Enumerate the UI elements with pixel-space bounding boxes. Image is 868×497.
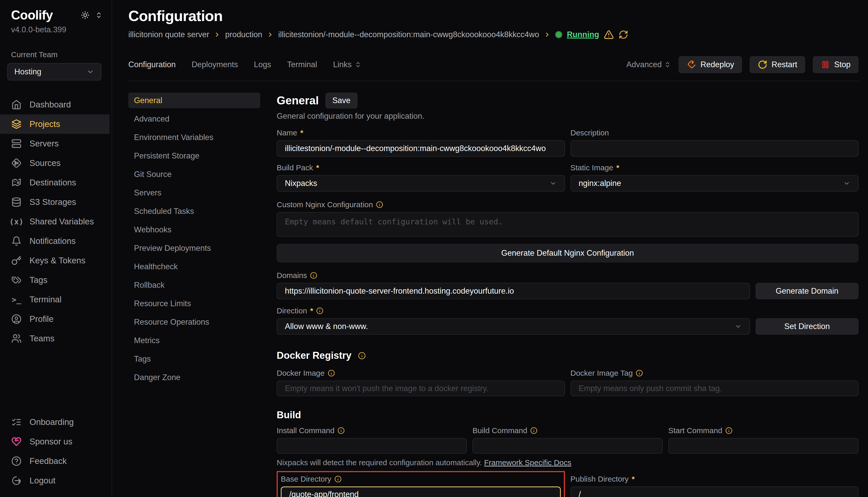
- tab-links[interactable]: Links: [333, 60, 361, 69]
- direction-select[interactable]: Allow www & non-www.: [277, 318, 750, 335]
- team-select-value: Hosting: [14, 67, 41, 76]
- static-image-select[interactable]: nginx:alpine: [570, 175, 859, 191]
- install-command-label: Install Command: [277, 426, 467, 435]
- sidebar-item-s3-storages[interactable]: S3 Storages: [0, 192, 112, 212]
- set-direction-button[interactable]: Set Direction: [756, 318, 858, 335]
- sidebar-item-sponsor[interactable]: Sponsor us: [0, 432, 112, 451]
- tab-terminal[interactable]: Terminal: [287, 60, 317, 69]
- sidebar-item-shared-variables[interactable]: (x) Shared Variables: [0, 212, 112, 231]
- direction-label: Direction*: [277, 307, 858, 315]
- info-icon: [358, 352, 366, 359]
- base-directory-input[interactable]: [281, 486, 561, 497]
- subnav-item-advanced[interactable]: Advanced: [128, 111, 260, 127]
- team-select[interactable]: Hosting: [7, 63, 101, 81]
- tab-configuration[interactable]: Configuration: [128, 60, 176, 69]
- save-button[interactable]: Save: [326, 93, 358, 109]
- subnav-item-scheduled-tasks[interactable]: Scheduled Tasks: [128, 203, 260, 219]
- sidebar-item-onboarding[interactable]: Onboarding: [0, 412, 112, 432]
- custom-nginx-textarea[interactable]: [277, 212, 858, 237]
- breadcrumb-application[interactable]: illicitestonion/-module--decomposition:m…: [278, 30, 539, 39]
- status-running-link[interactable]: Running: [567, 30, 599, 39]
- sidebar-item-profile[interactable]: Profile: [0, 309, 112, 329]
- sidebar-item-logout[interactable]: Logout: [0, 471, 112, 490]
- theme-sun-icon[interactable]: [81, 11, 89, 19]
- tabbar: Configuration Deployments Logs Terminal …: [128, 56, 858, 81]
- git-source-icon: [11, 158, 22, 169]
- subnav-item-resource-operations[interactable]: Resource Operations: [128, 314, 260, 330]
- redeploy-icon: [687, 60, 696, 70]
- checklist-icon: [11, 417, 22, 427]
- subnav-item-rollback[interactable]: Rollback: [128, 277, 260, 293]
- start-command-input[interactable]: [668, 438, 858, 454]
- breadcrumb-environment[interactable]: production: [225, 30, 262, 39]
- generate-domain-button[interactable]: Generate Domain: [756, 283, 858, 299]
- subnav-item-preview-deployments[interactable]: Preview Deployments: [128, 240, 260, 256]
- sidebar-item-feedback[interactable]: Feedback: [0, 451, 112, 471]
- pause-icon: [821, 60, 830, 69]
- page-title: Configuration: [128, 7, 858, 24]
- bell-icon: [11, 236, 22, 246]
- tab-deployments[interactable]: Deployments: [191, 60, 238, 69]
- sidebar-item-dashboard[interactable]: Dashboard: [0, 95, 112, 114]
- home-icon: [11, 99, 22, 110]
- subnav-item-metrics[interactable]: Metrics: [128, 332, 260, 348]
- description-input[interactable]: [570, 140, 859, 157]
- generate-nginx-button[interactable]: Generate Default Nginx Configuration: [277, 244, 858, 262]
- tab-logs[interactable]: Logs: [254, 60, 271, 69]
- publish-directory-input[interactable]: [570, 486, 859, 497]
- domains-input[interactable]: [277, 283, 750, 299]
- breadcrumb-project[interactable]: illicitonion quote server: [128, 30, 209, 39]
- install-command-input[interactable]: [277, 438, 467, 454]
- info-icon: [530, 427, 537, 434]
- sidebar-item-destinations[interactable]: Destinations: [0, 173, 112, 192]
- sidebar: Coolify v4.0.0-beta.399 Current Team Hos…: [0, 0, 112, 497]
- publish-directory-label: Publish Directory*: [570, 475, 859, 483]
- refresh-icon[interactable]: [619, 30, 628, 40]
- sidebar-item-keys-tokens[interactable]: Keys & Tokens: [0, 251, 112, 270]
- subnav-item-servers[interactable]: Servers: [128, 185, 260, 201]
- warning-triangle-icon[interactable]: [604, 29, 614, 40]
- theme-switcher-chevrons-icon[interactable]: [95, 12, 102, 19]
- current-team-label: Current Team: [0, 50, 112, 59]
- subnav-item-danger-zone[interactable]: Danger Zone: [128, 370, 260, 385]
- subnav-item-tags[interactable]: Tags: [128, 351, 260, 367]
- subnav-item-git-source[interactable]: Git Source: [128, 167, 260, 182]
- subnav-item-resource-limits[interactable]: Resource Limits: [128, 296, 260, 311]
- subnav-item-environment-variables[interactable]: Environment Variables: [128, 129, 260, 145]
- name-input[interactable]: [277, 140, 565, 157]
- framework-docs-link[interactable]: Framework Specific Docs: [484, 458, 571, 467]
- subnav-item-healthcheck[interactable]: Healthcheck: [128, 259, 260, 274]
- chevron-right-icon: [267, 31, 274, 38]
- user-circle-icon: [11, 314, 22, 324]
- sidebar-nav: Dashboard Projects Servers Sources Desti…: [0, 95, 112, 412]
- name-label: Name*: [277, 128, 565, 137]
- subnav-item-general[interactable]: General: [128, 93, 260, 108]
- app-logo: Coolify: [11, 8, 53, 23]
- stop-button[interactable]: Stop: [813, 56, 858, 73]
- advanced-menu[interactable]: Advanced: [626, 60, 671, 69]
- docker-image-input[interactable]: [277, 381, 565, 396]
- sidebar-item-teams[interactable]: Teams: [0, 329, 112, 348]
- sidebar-item-notifications[interactable]: Notifications: [0, 231, 112, 251]
- sidebar-item-tags[interactable]: Tags: [0, 270, 112, 290]
- subnav-item-persistent-storage[interactable]: Persistent Storage: [128, 148, 260, 164]
- chevrons-up-down-icon: [355, 61, 361, 68]
- sidebar-item-projects[interactable]: Projects: [0, 114, 110, 134]
- sidebar-item-sources[interactable]: Sources: [0, 153, 112, 173]
- restart-button[interactable]: Restart: [750, 56, 805, 73]
- redeploy-button[interactable]: Redeploy: [679, 56, 742, 73]
- docker-image-tag-input[interactable]: [570, 381, 859, 396]
- sidebar-footer: Onboarding Sponsor us Feedback Logout: [0, 412, 112, 490]
- key-icon: [11, 255, 22, 266]
- build-command-input[interactable]: [472, 438, 663, 454]
- static-image-label: Static Image*: [570, 164, 859, 172]
- database-icon: [11, 197, 22, 208]
- info-icon: [725, 427, 732, 434]
- logout-icon: [11, 475, 22, 486]
- build-command-label: Build Command: [472, 426, 663, 435]
- subnav-item-webhooks[interactable]: Webhooks: [128, 222, 260, 238]
- build-pack-select[interactable]: Nixpacks: [277, 175, 565, 191]
- sidebar-item-terminal[interactable]: >_ Terminal: [0, 290, 112, 309]
- terminal-icon: >_: [11, 294, 22, 305]
- sidebar-item-servers[interactable]: Servers: [0, 134, 112, 153]
